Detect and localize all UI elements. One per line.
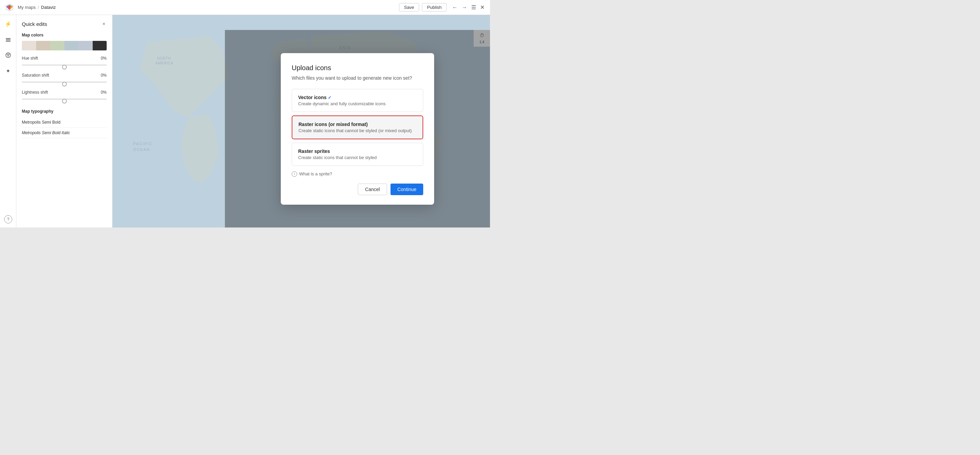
- saturation-shift-thumb[interactable]: [62, 82, 67, 87]
- hue-shift-value: 0%: [101, 56, 107, 60]
- breadcrumb: My maps / Dataviz: [18, 5, 399, 10]
- lightness-shift-row: Lightness shift 0%: [22, 90, 107, 102]
- breadcrumb-sep: /: [38, 5, 39, 10]
- map-typography-section: Map typography Metropolis Semi Bold Metr…: [22, 109, 107, 138]
- modal-title: Upload icons: [292, 64, 423, 72]
- app-logo: [5, 3, 14, 11]
- svg-text:NORTH: NORTH: [157, 57, 171, 60]
- color-swatch-2[interactable]: [36, 41, 51, 51]
- forward-icon[interactable]: →: [462, 5, 467, 11]
- modal-actions: Cancel Continue: [292, 184, 423, 195]
- info-icon: i: [292, 171, 297, 177]
- lightness-shift-thumb[interactable]: [62, 99, 67, 103]
- option-raster-desc: Create static icons that cannot be style…: [299, 128, 417, 133]
- svg-text:PACIFIC: PACIFIC: [133, 142, 153, 146]
- modal-overlay: Upload icons Which files you want to upl…: [225, 30, 490, 227]
- option-raster-icons[interactable]: Raster icons (or mixed format) Create st…: [292, 116, 423, 139]
- saturation-shift-slider[interactable]: [22, 79, 107, 85]
- lightness-shift-slider[interactable]: [22, 96, 107, 102]
- close-icon[interactable]: ✕: [480, 4, 485, 11]
- svg-rect-6: [6, 38, 11, 39]
- hue-shift-row: Hue shift 0%: [22, 56, 107, 68]
- sidebar-icons: ⚡ ✦: [0, 15, 16, 227]
- svg-rect-8: [6, 41, 11, 41]
- lightness-shift-label: Lightness shift: [22, 90, 48, 95]
- lightness-shift-value: 0%: [101, 90, 107, 95]
- modal-subtitle: Which files you want to upload to genera…: [292, 75, 423, 81]
- color-swatch-3[interactable]: [50, 41, 64, 51]
- breadcrumb-parent[interactable]: My maps: [18, 5, 36, 10]
- svg-rect-7: [6, 40, 11, 40]
- map-area: PACIFIC OCEAN NORTH AMERICA ASIA AUSTRAL…: [113, 15, 490, 227]
- panel-close-button[interactable]: ×: [101, 21, 107, 27]
- option-raster-sprites[interactable]: Raster sprites Create static icons that …: [292, 143, 423, 166]
- map-colors-section-title: Map colors: [22, 33, 107, 38]
- color-swatch-5[interactable]: [78, 41, 93, 51]
- sprite-info-link[interactable]: What is a sprite?: [299, 171, 332, 176]
- upload-icons-modal: Upload icons Which files you want to upl…: [281, 53, 434, 205]
- map-typography-title: Map typography: [22, 109, 107, 114]
- hue-shift-thumb[interactable]: [62, 65, 67, 70]
- header: My maps / Dataviz Save Publish ← → ☰ ✕: [0, 0, 490, 15]
- panel-header: Quick edits ×: [22, 21, 107, 27]
- option-sprites-desc: Create static icons that cannot be style…: [298, 155, 417, 160]
- font-item-1[interactable]: Metropolis Semi Bold: [22, 117, 107, 128]
- breadcrumb-current: Dataviz: [41, 5, 56, 10]
- sidebar-item-filters[interactable]: [3, 51, 13, 60]
- panel-title: Quick edits: [22, 21, 47, 27]
- modal-info-row: i What is a sprite?: [292, 171, 423, 177]
- color-swatch-6[interactable]: [93, 41, 107, 51]
- menu-icon[interactable]: ☰: [471, 4, 476, 11]
- option-vector-icons[interactable]: Vector icons✓ Create dynamic and fully c…: [292, 89, 423, 112]
- saturation-shift-value: 0%: [101, 73, 107, 78]
- svg-text:OCEAN: OCEAN: [133, 147, 150, 152]
- cancel-button[interactable]: Cancel: [358, 184, 387, 195]
- color-bar[interactable]: [22, 41, 107, 51]
- hue-shift-slider[interactable]: [22, 62, 107, 68]
- header-actions: Save Publish ← → ☰ ✕: [399, 3, 485, 11]
- header-nav-icons: ← → ☰ ✕: [452, 4, 485, 11]
- sidebar-item-quick-edits[interactable]: ⚡: [3, 19, 13, 29]
- saturation-shift-label: Saturation shift: [22, 73, 49, 78]
- publish-button[interactable]: Publish: [422, 3, 447, 11]
- save-button[interactable]: Save: [399, 3, 420, 11]
- color-swatch-1[interactable]: [22, 41, 36, 51]
- color-swatch-4[interactable]: [64, 41, 79, 51]
- option-raster-title: Raster icons (or mixed format): [299, 122, 417, 127]
- option-sprites-title: Raster sprites: [298, 149, 417, 154]
- option-vector-desc: Create dynamic and fully customizable ic…: [298, 101, 417, 106]
- sidebar-item-plugins[interactable]: ✦: [3, 66, 13, 76]
- quick-edits-panel: Quick edits × Map colors Hue shift 0% Sa…: [16, 15, 113, 227]
- svg-text:AMERICA: AMERICA: [155, 61, 173, 65]
- saturation-shift-row: Saturation shift 0%: [22, 73, 107, 85]
- font-item-2[interactable]: Metropolis Semi Bold Italic: [22, 128, 107, 138]
- help-icon[interactable]: ?: [4, 215, 12, 224]
- hue-shift-label: Hue shift: [22, 56, 38, 60]
- sidebar-item-layers[interactable]: [3, 35, 13, 44]
- option-vector-title: Vector icons✓: [298, 95, 417, 100]
- back-icon[interactable]: ←: [452, 5, 458, 11]
- continue-button[interactable]: Continue: [390, 184, 423, 195]
